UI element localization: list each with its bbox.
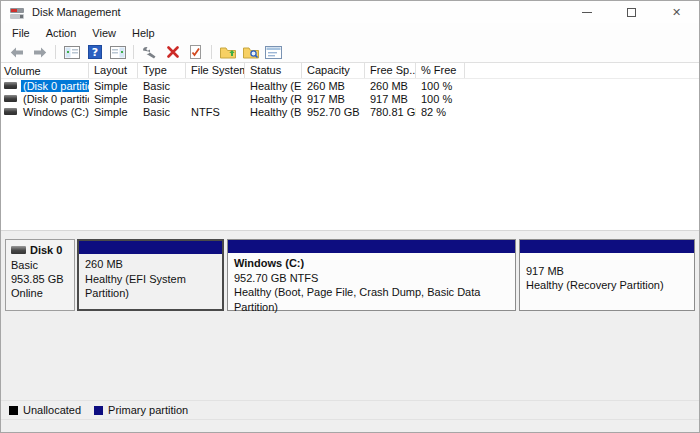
menubar: File Action View Help [1, 23, 699, 42]
folder-search-icon[interactable] [240, 43, 261, 61]
capacity-cell: 260 MB [302, 80, 365, 92]
volume-cell: Windows (C:) [1, 106, 89, 118]
layout-cell: Simple [89, 106, 138, 118]
minimize-icon [582, 12, 592, 13]
help-icon[interactable]: ? [84, 43, 105, 61]
back-icon[interactable] [6, 43, 27, 61]
menu-action[interactable]: Action [38, 25, 85, 41]
menu-help[interactable]: Help [124, 25, 163, 41]
titlebar: Disk Management ✕ [1, 1, 699, 23]
partitions-strip: 260 MB Healthy (EFI System Partition) Wi… [77, 239, 695, 311]
legend-item-primary-partition: Primary partition [94, 404, 188, 416]
graphical-view: Disk 0 Basic 953.85 GB Online 260 MB Hea… [1, 230, 699, 432]
disk-0-label-panel[interactable]: Disk 0 Basic 953.85 GB Online [5, 239, 75, 311]
disk-0-row: Disk 0 Basic 953.85 GB Online 260 MB Hea… [5, 239, 695, 311]
disk-management-window: Disk Management ✕ File Action View Help … [0, 0, 700, 433]
volume-list: Volume Layout Type File System Status Ca… [1, 63, 699, 230]
delete-icon[interactable] [162, 43, 183, 61]
legend: Unallocated Primary partition [1, 400, 699, 420]
table-row[interactable]: (Disk 0 partition 1) Simple Basic Health… [1, 79, 699, 92]
toolbar-separator [55, 45, 56, 59]
table-row[interactable]: (Disk 0 partition 4) Simple Basic Health… [1, 92, 699, 105]
partition-recovery[interactable]: 917 MB Healthy (Recovery Partition) [519, 239, 695, 311]
properties-icon[interactable] [263, 43, 284, 61]
free-space-cell: 260 MB [365, 80, 416, 92]
partition-name: Windows (C:) [234, 256, 509, 271]
column-header-pct-free[interactable]: % Free [416, 63, 465, 78]
column-header-type[interactable]: Type [138, 63, 186, 78]
volume-cell: (Disk 0 partition 4) [1, 93, 89, 105]
forward-icon[interactable] [29, 43, 50, 61]
volume-cell: (Disk 0 partition 1) [1, 80, 89, 92]
action-pane-icon[interactable] [107, 43, 128, 61]
column-header-capacity[interactable]: Capacity [302, 63, 365, 78]
file-system-cell: NTFS [186, 106, 245, 118]
status-cell: Healthy (B... [245, 106, 302, 118]
svg-text:?: ? [91, 46, 97, 59]
window-title: Disk Management [32, 6, 121, 18]
disk-name: Disk 0 [30, 243, 62, 257]
console-tree-icon[interactable] [61, 43, 82, 61]
toolbar: ? [1, 42, 699, 63]
wrench-icon[interactable] [139, 43, 160, 61]
partition-status: Healthy (Recovery Partition) [526, 278, 688, 293]
close-button[interactable]: ✕ [654, 1, 699, 23]
maximize-button[interactable] [609, 1, 654, 23]
partition-size: 917 MB [526, 264, 688, 279]
disk-kind: Basic [11, 258, 69, 272]
capacity-cell: 952.70 GB [302, 106, 365, 118]
partition-size: 952.70 GB NTFS [234, 271, 509, 286]
type-cell: Basic [138, 93, 186, 105]
table-row[interactable]: Windows (C:) Simple Basic NTFS Healthy (… [1, 105, 699, 118]
maximize-icon [627, 8, 636, 17]
partition-status: Healthy (Boot, Page File, Crash Dump, Ba… [234, 285, 509, 314]
column-header-volume[interactable]: Volume [1, 63, 89, 78]
volume-list-header: Volume Layout Type File System Status Ca… [1, 63, 699, 79]
status-cell: Healthy (E... [245, 80, 302, 92]
column-header-file-system[interactable]: File System [186, 63, 245, 78]
pct-free-cell: 82 % [416, 106, 465, 118]
menu-file[interactable]: File [4, 25, 38, 41]
free-space-cell: 917 MB [365, 93, 416, 105]
status-cell: Healthy (R... [245, 93, 302, 105]
layout-cell: Simple [89, 93, 138, 105]
pct-free-cell: 100 % [416, 80, 465, 92]
partition-color-band [79, 241, 222, 254]
pct-free-cell: 100 % [416, 93, 465, 105]
layout-cell: Simple [89, 80, 138, 92]
primary-partition-swatch-icon [94, 406, 103, 415]
partition-windows-c[interactable]: Windows (C:) 952.70 GB NTFS Healthy (Boo… [227, 239, 516, 311]
window-controls: ✕ [564, 1, 699, 23]
close-icon: ✕ [672, 7, 681, 18]
legend-item-unallocated: Unallocated [9, 404, 81, 416]
disk-status: Online [11, 286, 69, 300]
column-header-free-space[interactable]: Free Sp... [365, 63, 416, 78]
folder-up-icon[interactable] [217, 43, 238, 61]
legend-label: Primary partition [108, 404, 188, 416]
check-document-icon[interactable] [185, 43, 206, 61]
app-icon [9, 6, 25, 19]
volume-name[interactable]: (Disk 0 partition 4) [21, 93, 89, 105]
column-header-status[interactable]: Status [245, 63, 302, 78]
disk-icon [11, 246, 26, 254]
menu-view[interactable]: View [84, 25, 124, 41]
toolbar-separator [211, 45, 212, 59]
type-cell: Basic [138, 80, 186, 92]
column-header-layout[interactable]: Layout [89, 63, 138, 78]
volume-drive-icon [4, 95, 17, 102]
volume-name[interactable]: (Disk 0 partition 1) [21, 80, 89, 92]
disk-size: 953.85 GB [11, 272, 69, 286]
partition-efi[interactable]: 260 MB Healthy (EFI System Partition) [77, 239, 224, 311]
volume-name[interactable]: Windows (C:) [21, 106, 89, 118]
volume-drive-icon [4, 108, 17, 115]
minimize-button[interactable] [564, 1, 609, 23]
unallocated-swatch-icon [9, 406, 18, 415]
free-space-cell: 780.81 GB [365, 106, 416, 118]
partition-color-band [228, 240, 515, 253]
capacity-cell: 917 MB [302, 93, 365, 105]
toolbar-separator [133, 45, 134, 59]
legend-label: Unallocated [23, 404, 81, 416]
partition-color-band [520, 240, 694, 253]
partition-size: 260 MB [85, 257, 216, 272]
partition-status: Healthy (EFI System Partition) [85, 272, 216, 301]
